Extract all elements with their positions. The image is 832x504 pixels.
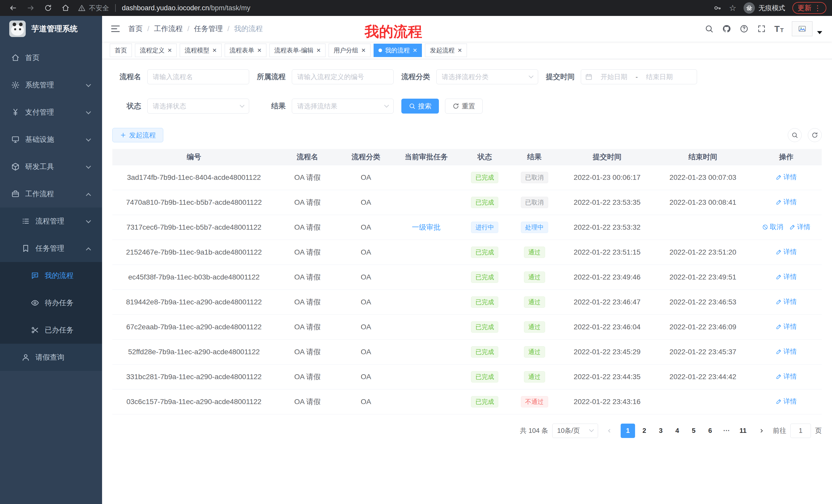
- page-button[interactable]: 6: [703, 424, 717, 438]
- cell-current-task: [393, 240, 460, 264]
- status-tag: 已完成: [471, 197, 498, 208]
- detail-link[interactable]: 详情: [776, 297, 797, 306]
- breadcrumb-item[interactable]: 工作流程: [154, 24, 183, 34]
- date-end-input[interactable]: [641, 73, 678, 81]
- detail-link[interactable]: 详情: [789, 222, 810, 231]
- close-icon[interactable]: ×: [167, 47, 172, 54]
- status-tag: 已完成: [471, 396, 498, 408]
- sidebar-item[interactable]: 任务管理: [0, 235, 102, 262]
- category-select[interactable]: 请选择流程分类: [436, 69, 538, 84]
- fullscreen-icon[interactable]: [757, 24, 766, 33]
- security-label: 不安全: [89, 4, 109, 12]
- process-input[interactable]: [292, 69, 394, 84]
- goto-suffix: 页: [815, 426, 822, 435]
- close-icon[interactable]: ×: [212, 47, 216, 54]
- search-button[interactable]: 搜索: [401, 99, 439, 114]
- date-range-picker[interactable]: -: [581, 69, 697, 84]
- detail-link[interactable]: 详情: [776, 173, 797, 181]
- create-process-button[interactable]: 发起流程: [112, 128, 163, 142]
- page-size-select[interactable]: 10条/页: [552, 424, 598, 438]
- cell-actions: 详情: [751, 289, 822, 314]
- tab-item[interactable]: 首页: [110, 44, 132, 57]
- bookmark-star-icon[interactable]: ☆: [729, 3, 736, 13]
- page-button[interactable]: 1: [621, 424, 635, 438]
- next-page-button[interactable]: [754, 424, 769, 438]
- font-size-icon[interactable]: TT: [774, 24, 784, 33]
- sidebar-item[interactable]: 流程管理: [0, 207, 102, 235]
- avatar[interactable]: [792, 21, 812, 36]
- cancel-link[interactable]: 取消: [762, 222, 783, 231]
- sidebar-item[interactable]: 首页: [0, 44, 102, 72]
- sidebar-item[interactable]: 工作流程: [0, 180, 102, 207]
- close-icon[interactable]: ×: [316, 47, 321, 54]
- cell-current-task: [393, 339, 460, 364]
- result-select[interactable]: 请选择流结果: [292, 99, 394, 114]
- detail-link[interactable]: 详情: [776, 347, 797, 356]
- cell-end-time: 2022-01-22 23:44:42: [655, 364, 751, 389]
- tab-item[interactable]: 我的流程×: [373, 44, 422, 57]
- tab-item[interactable]: 发起流程×: [425, 44, 467, 57]
- key-icon[interactable]: [713, 4, 722, 12]
- tab-item[interactable]: 流程表单-编辑×: [269, 44, 326, 57]
- address-bar[interactable]: 不安全 dashboard.yudao.iocoder.cn/bpm/task/…: [73, 4, 713, 12]
- goto-page-input[interactable]: [790, 424, 811, 438]
- toggle-search-button[interactable]: [788, 128, 802, 142]
- payment-icon: [11, 108, 20, 116]
- breadcrumb-item[interactable]: 任务管理: [194, 24, 223, 34]
- browser-reload-icon[interactable]: [44, 4, 52, 12]
- close-icon[interactable]: ×: [361, 47, 365, 54]
- detail-link[interactable]: 详情: [776, 198, 797, 206]
- sidebar-item[interactable]: 系统管理: [0, 72, 102, 99]
- name-input[interactable]: [147, 69, 249, 84]
- detail-link[interactable]: 详情: [776, 272, 797, 281]
- browser-back-icon[interactable]: [9, 4, 18, 12]
- date-start-input[interactable]: [595, 73, 633, 81]
- page-button[interactable]: 4: [670, 424, 684, 438]
- sidebar-item[interactable]: 已办任务: [0, 316, 102, 344]
- close-icon[interactable]: ×: [257, 47, 261, 54]
- column-header: 操作: [751, 149, 822, 165]
- page-button[interactable]: 11: [736, 424, 750, 438]
- cell-result: 通过: [510, 339, 559, 364]
- browser-update-button[interactable]: 更新 ⋮: [792, 2, 826, 14]
- sidebar-item[interactable]: 待办任务: [0, 289, 102, 316]
- detail-link[interactable]: 详情: [776, 247, 797, 256]
- sidebar-item[interactable]: 基础设施: [0, 126, 102, 153]
- tab-item[interactable]: 流程表单×: [225, 44, 266, 57]
- detail-link[interactable]: 详情: [776, 397, 797, 406]
- browser-menu-icon[interactable]: ⋮: [814, 4, 821, 12]
- page-button[interactable]: 3: [654, 424, 668, 438]
- app-logo[interactable]: 芋道管理系统: [0, 16, 102, 41]
- page-button[interactable]: 5: [686, 424, 701, 438]
- hamburger-icon[interactable]: [110, 24, 121, 34]
- sidebar-item[interactable]: 研发工具: [0, 153, 102, 180]
- tab-item[interactable]: 用户分组×: [329, 44, 370, 57]
- tab-item[interactable]: 流程模型×: [180, 44, 222, 57]
- filter-status: 状态 请选择状态: [112, 99, 249, 114]
- search-icon[interactable]: [704, 24, 714, 33]
- page-button[interactable]: 2: [637, 424, 651, 438]
- detail-link[interactable]: 详情: [776, 322, 797, 331]
- reset-button[interactable]: 重置: [445, 99, 483, 114]
- browser-forward-icon[interactable]: [26, 4, 35, 12]
- sidebar-item[interactable]: 我的流程: [0, 262, 102, 289]
- edit-icon: [776, 348, 782, 355]
- status-select[interactable]: 请选择状态: [147, 99, 249, 114]
- cell-name: OA 请假: [276, 339, 339, 364]
- tab-item[interactable]: 流程定义×: [135, 44, 177, 57]
- prev-page-button[interactable]: [602, 424, 617, 438]
- detail-link[interactable]: 详情: [776, 372, 797, 381]
- cell-status: 已完成: [460, 389, 510, 414]
- close-icon[interactable]: ×: [413, 47, 417, 54]
- help-icon[interactable]: [739, 24, 749, 33]
- sidebar-item[interactable]: 支付管理: [0, 99, 102, 126]
- sidebar-item[interactable]: 请假查询: [0, 344, 102, 371]
- status-tag: 进行中: [471, 222, 498, 233]
- close-icon[interactable]: ×: [458, 47, 462, 54]
- current-task-link[interactable]: 一级审批: [412, 223, 441, 231]
- refresh-table-button[interactable]: [808, 128, 822, 142]
- caret-down-icon[interactable]: [817, 31, 822, 34]
- github-icon[interactable]: [722, 24, 731, 33]
- browser-home-icon[interactable]: [61, 4, 70, 12]
- breadcrumb-item[interactable]: 首页: [128, 24, 143, 34]
